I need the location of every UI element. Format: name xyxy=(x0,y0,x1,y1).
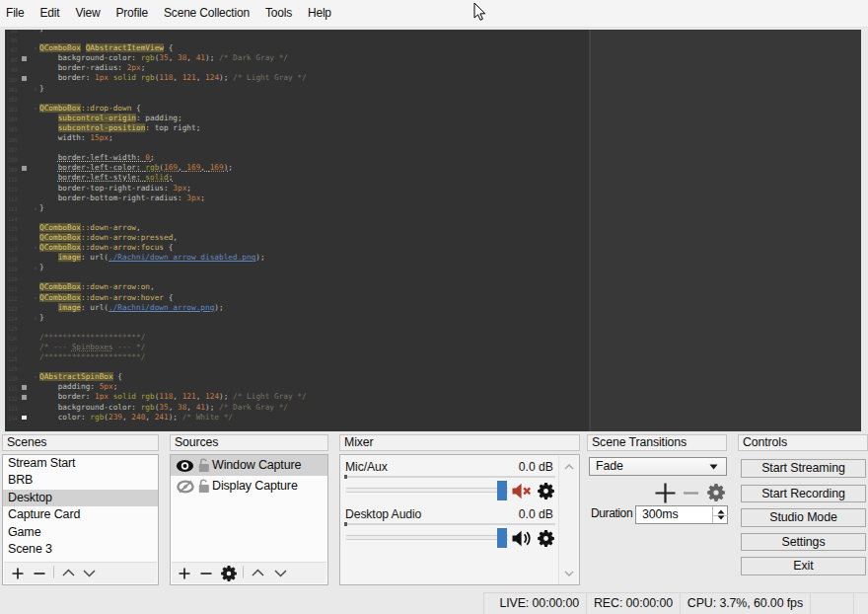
mixer-channel-gear-icon[interactable] xyxy=(538,530,554,547)
menu-help[interactable]: Help xyxy=(300,0,339,27)
studio-mode-button[interactable]: Studio Mode xyxy=(741,508,866,527)
code-text: QComboBox::down-arrow, xyxy=(39,223,141,233)
status-live-time: LIVE: 00:00:00 xyxy=(483,592,586,614)
fold-marker-icon[interactable]: ▵ xyxy=(34,84,37,94)
volume-slider-track[interactable] xyxy=(346,488,508,493)
code-text: width: 15px; xyxy=(39,133,113,143)
mixer-channel-gear-icon[interactable] xyxy=(538,483,554,499)
start-streaming-button[interactable]: Start Streaming xyxy=(741,459,866,478)
code-line: 98 background-color: rgb(35, 38, 41); /*… xyxy=(5,53,589,63)
code-text: QComboBox::drop-down { xyxy=(39,104,141,114)
scenes-list-box: Stream StartBRBDesktopCapture CardGameSc… xyxy=(2,454,159,585)
scene-move-down-button[interactable] xyxy=(82,567,97,579)
source-move-down-button[interactable] xyxy=(273,567,288,579)
duration-spin-down-button[interactable] xyxy=(717,515,725,520)
mute-speaker-icon[interactable] xyxy=(512,483,532,503)
volume-slider-handle[interactable] xyxy=(497,528,507,548)
source-item-window-capture[interactable]: Window Capture xyxy=(171,455,327,476)
code-text: subcontrol-position: top right; xyxy=(39,123,200,133)
settings-button[interactable]: Settings xyxy=(741,533,866,552)
code-line: 108 border-left-width: 0; xyxy=(5,153,589,163)
remove-scene-button[interactable] xyxy=(33,567,46,580)
menu-file[interactable]: File xyxy=(0,0,33,27)
scenes-dock-title[interactable]: Scenes xyxy=(2,434,159,451)
scene-item-game[interactable]: Game xyxy=(3,524,158,541)
source-hidden-eye-icon[interactable] xyxy=(177,480,194,494)
code-line: 123 image: url(./Rachni/down_arrow.png); xyxy=(5,303,589,313)
source-unlocked-lock-icon[interactable] xyxy=(197,457,211,473)
add-source-button[interactable] xyxy=(178,567,191,580)
start-recording-button[interactable]: Start Recording xyxy=(741,485,866,503)
code-text: image: url(./Rachni/down_arrow_disabled.… xyxy=(39,253,265,263)
code-text: padding: 5px; xyxy=(39,382,117,392)
transition-dropdown[interactable]: Fade xyxy=(589,457,727,476)
code-line: 119▵} xyxy=(5,263,589,272)
mixer-scroll-down-icon[interactable] xyxy=(564,570,574,577)
source-move-up-button[interactable] xyxy=(251,567,265,579)
code-text: QAbstractSpinBox { xyxy=(39,372,122,382)
gutter-modification-marker xyxy=(22,56,27,61)
code-line: 126/*********************/ xyxy=(5,333,589,343)
code-line: 101▵} xyxy=(5,84,589,94)
transition-properties-gear-button[interactable] xyxy=(707,484,725,501)
sources-dock-title[interactable]: Sources xyxy=(170,434,328,451)
volume-meter xyxy=(344,476,555,478)
controls-dock-title[interactable]: Controls xyxy=(738,434,868,451)
fold-marker-icon[interactable]: ▾ xyxy=(34,243,37,253)
scene-item-capture-card[interactable]: Capture Card xyxy=(3,506,158,523)
transitions-dock-title[interactable]: Scene Transitions xyxy=(587,434,727,451)
code-line: 111 border-top-right-radius: 3px; xyxy=(5,184,589,193)
volume-slider-track[interactable] xyxy=(346,535,508,540)
scene-item-desktop[interactable]: Desktop xyxy=(3,490,158,506)
code-line: 104 subcontrol-origin: padding; xyxy=(5,114,589,123)
scene-item-scene-3[interactable]: Scene 3 xyxy=(3,541,158,558)
sources-list: Window Capture Display Capture xyxy=(171,455,327,496)
menu-tools[interactable]: Tools xyxy=(257,0,300,27)
mixer-scroll-up-icon[interactable] xyxy=(564,463,574,471)
fold-marker-icon[interactable]: ▾ xyxy=(34,293,37,303)
volume-slider-handle[interactable] xyxy=(497,481,507,500)
code-line: 132 border: 1px solid rgb(118, 121, 124)… xyxy=(5,392,589,402)
add-transition-button[interactable] xyxy=(654,482,677,504)
fold-marker-icon[interactable]: ▵ xyxy=(34,203,37,213)
add-scene-button[interactable] xyxy=(11,567,25,580)
menu-edit[interactable]: Edit xyxy=(33,0,68,27)
remove-transition-button[interactable] xyxy=(683,482,699,504)
duration-spin-up-button[interactable] xyxy=(717,509,725,514)
scene-item-brb[interactable]: BRB xyxy=(3,472,158,489)
code-line: 103▾QComboBox::drop-down { xyxy=(5,104,589,114)
fold-marker-icon[interactable]: ▵ xyxy=(34,263,37,272)
source-item-display-capture[interactable]: Display Capture xyxy=(171,476,327,497)
scene-item-stream-start[interactable]: Stream Start xyxy=(3,455,158,472)
preview-area[interactable]: 95▵}9697▾QComboBox QAbstractItemView {98… xyxy=(5,30,861,431)
code-line: 127/* --- Spinboxes --- */ xyxy=(5,343,589,352)
exit-button[interactable]: Exit xyxy=(741,557,866,576)
code-text: border-left-width: 0; xyxy=(39,153,155,163)
remove-source-button[interactable] xyxy=(199,567,213,580)
menu-view[interactable]: View xyxy=(67,0,108,27)
source-properties-gear-button[interactable] xyxy=(221,566,237,581)
mixer-dock-title[interactable]: Mixer xyxy=(339,434,580,451)
code-line: 113▵} xyxy=(5,203,589,213)
scene-move-up-button[interactable] xyxy=(61,567,76,579)
mixer-channel-name: Mic/Aux xyxy=(345,460,388,474)
mixer-scrollbar[interactable] xyxy=(558,456,578,584)
speaker-icon[interactable] xyxy=(512,530,532,551)
fold-marker-icon[interactable]: ▾ xyxy=(34,43,37,53)
obs-main-window: FileEditViewProfileScene CollectionTools… xyxy=(0,0,868,614)
fold-marker-icon[interactable]: ▵ xyxy=(34,313,37,323)
code-line: 133 background-color: rgb(35, 38, 41); /… xyxy=(5,403,589,413)
menu-bar: FileEditViewProfileScene CollectionTools… xyxy=(0,0,868,28)
fold-marker-icon[interactable]: ▾ xyxy=(34,372,37,382)
source-visible-eye-icon[interactable] xyxy=(176,459,194,473)
menu-profile[interactable]: Profile xyxy=(108,0,156,27)
scenes-list: Stream StartBRBDesktopCapture CardGameSc… xyxy=(3,455,158,558)
fold-marker-icon[interactable]: ▾ xyxy=(34,104,37,114)
transition-dropdown-value: Fade xyxy=(596,459,623,473)
code-line: 118 image: url(./Rachni/down_arrow_disab… xyxy=(5,253,589,263)
menu-scene-collection[interactable]: Scene Collection xyxy=(156,0,257,27)
source-unlocked-lock-icon[interactable] xyxy=(197,478,211,494)
code-text: border-left-style: solid; xyxy=(39,173,173,183)
code-line: 96 xyxy=(5,34,589,43)
code-line: 110 border-left-style: solid; xyxy=(5,173,589,183)
